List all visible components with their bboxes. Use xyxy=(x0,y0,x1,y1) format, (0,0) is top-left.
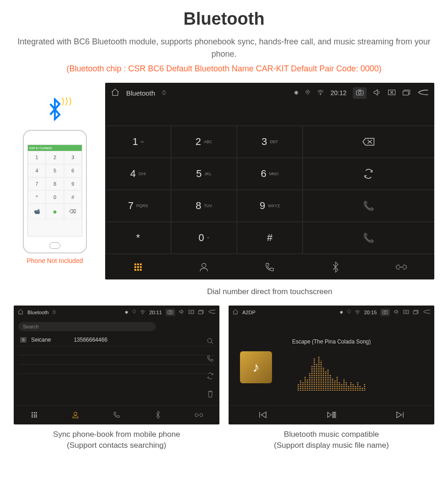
search-icon[interactable] xyxy=(207,338,214,347)
dial-key-#[interactable]: # xyxy=(237,222,303,254)
contact-name: Seicane xyxy=(31,337,51,343)
dialer-caption: Dial number direct from touchscreen xyxy=(105,286,434,297)
contact-number: 13566664466 xyxy=(74,337,107,343)
screenshot-icon[interactable] xyxy=(380,309,390,316)
app-title: Bluetooth xyxy=(27,310,48,315)
tab-bluetooth[interactable] xyxy=(137,406,178,424)
usb-icon: ⏀ xyxy=(161,90,166,96)
svg-point-6 xyxy=(202,263,206,267)
usb-icon: ⏀ xyxy=(52,310,56,315)
contact-row[interactable]: S Seicane 13566664466 xyxy=(18,334,215,346)
dial-key-6[interactable]: 6MNO xyxy=(237,158,303,190)
phone-note: Phone Not Included xyxy=(14,257,96,264)
svg-rect-11 xyxy=(198,311,203,314)
tab-contacts[interactable] xyxy=(55,406,96,424)
svg-rect-18 xyxy=(413,311,417,314)
home-icon[interactable] xyxy=(232,309,239,316)
tab-calls[interactable] xyxy=(237,254,303,279)
wifi-icon xyxy=(355,310,360,315)
phone-mockup: Add to Contacts 123 456 789 *0# 📹●⌫ xyxy=(23,130,87,253)
svg-point-1 xyxy=(320,94,320,95)
tab-contacts[interactable] xyxy=(171,254,237,279)
back-icon[interactable] xyxy=(422,309,431,315)
location-icon xyxy=(132,309,136,315)
dial-key-8[interactable]: 8TUV xyxy=(171,190,237,222)
tab-calls[interactable] xyxy=(96,406,137,424)
wifi-icon xyxy=(317,89,324,97)
clock: 20:11 xyxy=(149,310,162,315)
music-caption-1: Bluetooth music compatible xyxy=(284,430,379,439)
svg-point-14 xyxy=(357,313,358,314)
volume-icon[interactable] xyxy=(373,89,381,97)
phone-header: Add to Contacts xyxy=(28,145,82,151)
contacts-headunit: Bluetooth ⏀ ✱ 20:11 Search xyxy=(14,306,219,424)
music-caption-2: (Support display music file name) xyxy=(274,441,389,450)
sync-button[interactable] xyxy=(303,158,434,190)
dial-key-2[interactable]: 2ABC xyxy=(171,126,237,158)
svg-point-3 xyxy=(358,91,361,94)
delete-icon[interactable] xyxy=(207,390,214,400)
tab-bluetooth[interactable] xyxy=(303,254,368,279)
dial-key-1[interactable]: 1∞ xyxy=(105,126,171,158)
svg-point-7 xyxy=(143,313,144,314)
close-icon[interactable] xyxy=(388,89,396,97)
hangup-button[interactable]: 📞 xyxy=(303,222,434,254)
prev-button[interactable] xyxy=(229,406,297,424)
bt-status-icon: ✱ xyxy=(294,90,299,96)
dial-key-0[interactable]: 0+ xyxy=(171,222,237,254)
dial-key-*[interactable]: * xyxy=(105,222,171,254)
sync-icon[interactable] xyxy=(207,372,214,381)
call-button[interactable]: 📞 xyxy=(303,190,434,222)
contacts-caption-2: (Support contacts searching) xyxy=(67,441,166,450)
next-button[interactable] xyxy=(366,406,434,424)
call-icon[interactable] xyxy=(207,355,214,364)
location-icon xyxy=(305,89,310,97)
dial-key-7[interactable]: 7PQRS xyxy=(105,190,171,222)
tab-dialpad[interactable] xyxy=(14,406,55,424)
app-title: Bluetooth xyxy=(126,89,155,97)
dial-key-3[interactable]: 3DEF xyxy=(237,126,303,158)
svg-point-13 xyxy=(74,412,77,415)
volume-icon[interactable] xyxy=(179,309,185,315)
dialer-headunit: Bluetooth ⏀ ✱ 20:12 1∞2ABC3DEF4GHI5JKL6M… xyxy=(105,83,434,279)
screenshot-icon[interactable] xyxy=(165,309,175,316)
contact-badge: S xyxy=(20,337,27,343)
tab-pair[interactable] xyxy=(178,406,219,424)
dial-key-4[interactable]: 4GHI xyxy=(105,158,171,190)
close-icon[interactable] xyxy=(403,310,409,315)
play-pause-button[interactable] xyxy=(297,406,366,424)
dial-key-5[interactable]: 5JKL xyxy=(171,158,237,190)
search-input[interactable]: Search xyxy=(18,322,156,331)
close-icon[interactable] xyxy=(188,310,194,315)
app-title: A2DP xyxy=(242,310,256,315)
svg-rect-5 xyxy=(403,91,409,95)
track-title: Escape (The Pina Colada Song) xyxy=(292,338,371,345)
page-title: Bluetooth xyxy=(14,9,434,29)
tab-dialpad[interactable] xyxy=(105,254,171,279)
recent-icon[interactable] xyxy=(198,310,204,315)
home-icon[interactable] xyxy=(111,88,120,98)
home-icon[interactable] xyxy=(17,309,24,316)
contacts-caption-1: Sync phone-book from mobile phone xyxy=(53,430,180,439)
dial-display xyxy=(105,103,434,126)
back-icon[interactable] xyxy=(417,89,429,97)
svg-point-0 xyxy=(307,91,308,92)
bluetooth-icon: ⟩⟩⟩ xyxy=(46,98,64,125)
recent-icon[interactable] xyxy=(413,310,419,315)
dial-key-9[interactable]: 9WXYZ xyxy=(237,190,303,222)
volume-icon[interactable] xyxy=(394,309,400,315)
svg-point-16 xyxy=(384,311,386,313)
screenshot-icon[interactable] xyxy=(353,87,367,99)
svg-point-12 xyxy=(208,338,212,343)
wifi-icon xyxy=(140,310,145,315)
equalizer xyxy=(298,354,365,391)
page-subtitle: Integrated with BC6 Bluetooth module, su… xyxy=(14,36,434,60)
delete-button[interactable] xyxy=(303,126,434,158)
album-art-icon: ♪ xyxy=(240,351,272,383)
recent-icon[interactable] xyxy=(402,89,411,97)
back-icon[interactable] xyxy=(208,309,216,315)
clock: 20:15 xyxy=(364,310,377,315)
svg-point-9 xyxy=(169,311,171,313)
location-icon xyxy=(347,309,351,315)
tab-pair[interactable] xyxy=(368,254,434,279)
